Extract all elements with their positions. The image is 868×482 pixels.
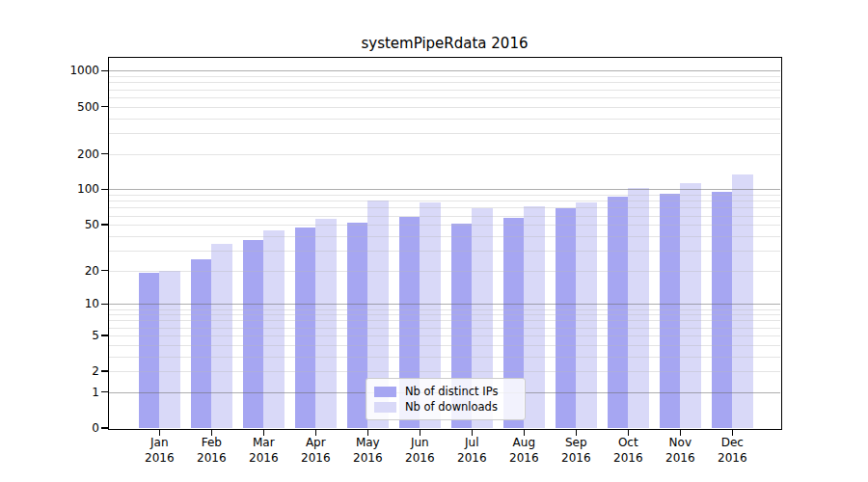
x-tick-year: 2016 [340,451,394,467]
y-axis-tick-mark-2 [101,370,108,371]
x-axis-tick-label-mar: Mar2016 [236,436,290,466]
gridline-minor-90 [109,195,780,196]
x-tick-month: Jul [445,436,499,451]
plot-area [109,58,780,428]
y-axis-tick-label-1: 1 [6,385,99,400]
x-axis-tick-label-dec: Dec2016 [705,436,759,466]
gridline-minor-80 [109,201,780,201]
x-tick-month: Feb [184,436,238,451]
x-tick-year: 2016 [601,451,655,467]
gridline-minor-4 [109,345,780,346]
x-tick-year: 2016 [445,451,499,467]
x-tick-year: 2016 [653,451,707,467]
bar-downloads-aug [524,206,545,428]
gridline-minor-40 [109,236,780,237]
gridline-minor-200 [109,154,780,155]
y-axis-tick-label-50: 50 [6,217,99,232]
x-tick-year: 2016 [132,451,186,467]
x-axis-tick-mark-aug [524,430,525,436]
y-axis-tick-label-10: 10 [6,296,99,311]
x-axis-tick-mark-jun [420,430,420,436]
y-axis-tick-label-20: 20 [6,263,99,279]
y-axis-tick-mark-200 [101,153,108,154]
x-axis-tick-mark-nov [680,430,681,436]
gridline-minor-400 [109,119,780,120]
gridline-minor-700 [109,90,780,91]
x-axis-tick-mark-may [367,430,368,436]
download-stats-chart: systemPipeRdata 2016 1000500200100502010… [0,0,868,482]
x-tick-month: Oct [601,436,655,451]
gridline-minor-3 [109,357,780,358]
x-axis-tick-mark-mar [263,430,264,436]
y-axis-tick-mark-100 [101,189,108,190]
gridline-minor-600 [109,97,780,98]
bar-distinct-ips-sep [556,208,577,428]
x-axis-tick-label-may: May2016 [340,436,394,466]
gridline-minor-60 [109,216,780,217]
x-axis-tick-mark-dec [732,430,733,436]
x-axis-tick-mark-oct [628,430,629,436]
y-axis-tick-mark-1000 [101,70,108,71]
x-tick-month: Sep [549,436,603,451]
x-tick-year: 2016 [288,451,342,467]
x-tick-year: 2016 [236,451,290,467]
x-axis-tick-label-jun: Jun2016 [393,436,447,466]
bar-downloads-jan [159,271,180,428]
x-tick-year: 2016 [393,451,447,467]
chart-title: systemPipeRdata 2016 [109,35,780,52]
y-axis-tick-mark-10 [101,304,108,305]
x-axis-tick-mark-feb [211,430,212,436]
gridline-major-1000 [109,70,780,71]
y-axis-tick-mark-5 [101,335,108,335]
gridline-minor-300 [109,133,780,134]
x-axis-tick-mark-jan [159,430,160,436]
x-tick-month: Aug [497,436,551,451]
x-axis-tick-label-sep: Sep2016 [549,436,603,466]
legend-row-distinct-ips: Nb of distinct IPs [374,386,525,397]
legend: Nb of distinct IPs Nb of downloads [366,378,526,420]
gridline-minor-20 [109,271,780,272]
gridline-minor-2 [109,371,780,372]
x-tick-year: 2016 [184,451,238,467]
legend-swatch-distinct-ips [374,387,396,397]
y-axis-tick-mark-1 [101,391,108,392]
x-axis-tick-label-jan: Jan2016 [132,436,186,466]
y-axis-tick-mark-20 [101,270,108,271]
x-axis-tick-mark-apr [315,430,316,436]
y-axis-tick-mark-50 [101,224,108,225]
y-axis-tick-label-1000: 1000 [6,63,99,78]
y-axis-tick-label-200: 200 [6,147,99,162]
legend-swatch-downloads [374,402,396,413]
bar-distinct-ips-mar [243,240,264,428]
x-tick-month: May [340,436,394,451]
gridline-minor-900 [109,76,780,77]
y-axis-tick-label-0: 0 [6,420,99,436]
bar-downloads-nov [680,183,701,428]
legend-label-downloads: Nb of downloads [405,401,498,413]
x-tick-year: 2016 [705,451,759,467]
gridline-minor-5 [109,335,780,336]
x-tick-month: Jan [132,436,186,451]
bar-downloads-mar [263,230,285,428]
y-axis-tick-mark-0 [101,427,108,428]
y-axis-tick-label-100: 100 [6,181,99,197]
legend-label-distinct-ips: Nb of distinct IPs [405,386,498,397]
x-axis-tick-label-feb: Feb2016 [184,436,238,466]
y-axis-tick-label-5: 5 [6,328,99,343]
bar-distinct-ips-oct [608,197,629,428]
gridline-minor-50 [109,225,780,226]
gridline-minor-800 [109,82,780,83]
x-tick-month: Dec [705,436,759,451]
x-axis-tick-mark-jul [472,430,473,436]
gridline-minor-500 [109,107,780,108]
legend-row-downloads: Nb of downloads [374,401,525,413]
x-axis-tick-label-nov: Nov2016 [653,436,707,466]
x-axis-tick-label-oct: Oct2016 [601,436,655,466]
x-tick-month: Mar [236,436,290,451]
gridline-major-100 [109,189,780,190]
x-axis-tick-label-apr: Apr2016 [288,436,342,466]
x-axis-tick-label-aug: Aug2016 [497,436,551,466]
x-tick-year: 2016 [497,451,551,467]
x-tick-month: Nov [653,436,707,451]
gridline-minor-7 [109,320,780,321]
